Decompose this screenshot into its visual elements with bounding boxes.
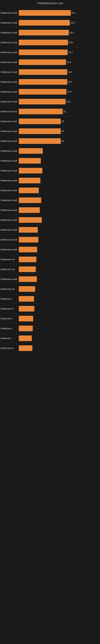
bar-label: Bottleneck result [1,51,19,54]
bar-fill [19,276,37,282]
bar-label: Bottleneck r [1,298,19,300]
bar-label: Bottleneck result [1,228,19,231]
bar-fill [19,336,32,341]
site-title: TheBottlenecker.com [0,0,100,6]
bar-row: Bottleneck result [0,185,100,195]
bar-label: Bottleneck result [1,238,19,241]
bar-label: Bottleneck result [1,140,19,142]
chart-container: Bottleneck result54.1Bottleneck result53… [0,6,100,354]
bar-row: Bottleneck result52.5 [0,86,100,96]
bar-fill [19,20,70,26]
bar-label: Bottleneck re [1,308,19,310]
bar-fill [19,99,66,104]
bar-fill [19,138,61,144]
bar-label: Bottleneck res [1,268,19,270]
bar-label: Bottleneck res [1,258,19,260]
bar-value: 53.8 [71,22,75,24]
bar-fill [19,50,68,55]
bar-row: Bottleneck result50 [0,126,100,136]
bar-value: 50 [62,130,64,132]
bar-value: 52.2 [66,100,71,103]
bar-fill [19,89,66,94]
bar-fill [19,128,61,134]
bar-fill [19,30,69,36]
bar-label: Bottleneck result [1,12,19,14]
bar-value: 51. [64,110,67,113]
bar-fill [19,345,32,351]
bar-fill [19,118,61,124]
bar-row: Bottleneck [0,333,100,343]
bar-fill [19,296,34,302]
bar-fill [19,79,67,85]
bar-fill [19,148,43,154]
bar-fill [19,306,34,312]
bar-row: Bottleneck result50 [0,136,100,146]
bar-label: Bottleneck result [1,248,19,251]
bar-row: Bottleneck result52.9 [0,67,100,76]
bar-row: Bottleneck result [0,156,100,165]
bar-row: Bottleneck res [0,284,100,294]
bar-label: Bottleneck result [1,179,19,182]
bar-label: Bottleneck result [1,90,19,93]
bar-value: 50 [62,140,64,142]
bar-fill [19,247,37,252]
bar-row: Bottleneck res [0,254,100,264]
bar-row: Bottleneck result51. [0,106,100,116]
bar-fill [19,178,40,183]
bar-label: Bottleneck result [1,41,19,44]
bar-row: Bottleneck result52.4 [0,57,100,66]
bar-value: 52.9 [68,81,72,83]
bar-row: Bottleneck result [0,244,100,254]
bar-row: Bottleneck result54.1 [0,8,100,17]
bar-row: Bottleneck result [0,205,100,214]
bar-row: Bottleneck result50 [0,116,100,126]
bar-label: Bottleneck [1,337,19,340]
bar-label: Bottleneck result [1,150,19,152]
bar-row: Bottleneck result [0,274,100,284]
bar-row: Bottleneck re [0,343,100,352]
bar-label: Bottleneck result [1,209,19,211]
bar-fill [19,198,41,203]
bar-row: Bottleneck result53.1 [0,47,100,57]
bar-fill [19,217,42,223]
bar-row: Bottleneck res [0,264,100,274]
bar-fill [19,109,63,114]
bar-label: Bottleneck result [1,81,19,83]
bar-row: Bottleneck result [0,195,100,205]
bar-fill [19,40,68,45]
bar-row: Bottleneck result [0,224,100,234]
bar-label: Bottleneck result [1,160,19,162]
bar-value: 52.9 [68,71,72,73]
bar-fill [19,10,71,16]
bar-label: Bottleneck result [1,71,19,73]
bar-label: Bottleneck result [1,32,19,34]
bar-fill [19,69,67,75]
bar-fill [19,256,36,262]
bar-fill [19,237,38,242]
bar-fill [19,188,39,193]
bar-row: Bottleneck result53.8 [0,18,100,27]
bar-label: Bottleneck result [1,278,19,280]
bar-row: Bottleneck result [0,215,100,224]
bar-label: Bottleneck result [1,120,19,122]
bar-value: 52.4 [67,61,71,64]
bar-row: Bottleneck r [0,294,100,303]
bar-row: Bottleneck r [0,313,100,323]
bar-label: Bottleneck result [1,219,19,221]
bar-row: Bottleneck result [0,175,100,185]
bar-fill [19,207,40,213]
bar-label: Bottleneck result [1,110,19,113]
bar-fill [19,158,41,164]
bar-label: Bottleneck re [1,347,19,349]
bar-label: Bottleneck r [1,317,19,320]
bar-row: Bottleneck result [0,234,100,244]
bar-value: 53% [69,41,73,44]
bar-label: Bottleneck result [1,199,19,202]
bar-row: Bottleneck result53% [0,37,100,47]
bar-fill [19,286,35,292]
bar-fill [19,326,33,331]
bar-fill [19,266,36,272]
bar-value: 50 [62,120,64,122]
bar-label: Bottleneck result [1,61,19,64]
bar-label: Bottleneck r [1,327,19,330]
